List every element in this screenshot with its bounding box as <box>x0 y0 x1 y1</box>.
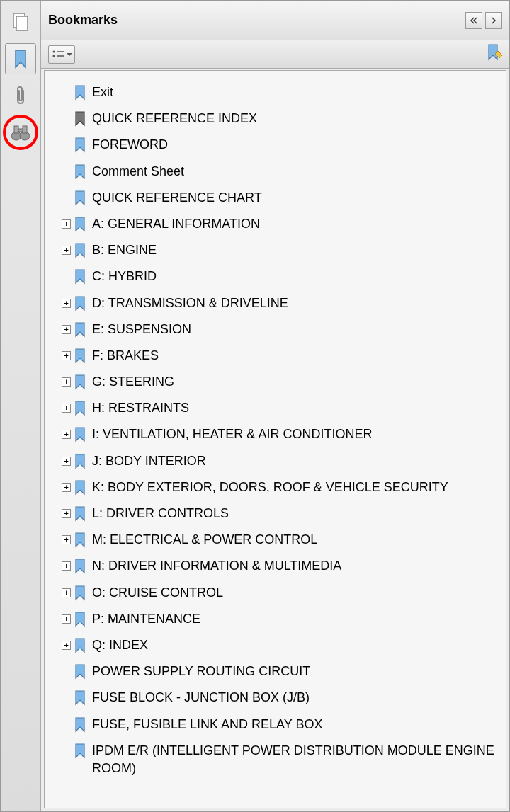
bookmark-item[interactable]: + N: DRIVER INFORMATION & MULTIMEDIA <box>45 553 502 579</box>
bookmark-label: F: BRAKES <box>92 347 502 365</box>
bookmark-item[interactable]: + I: VENTILATION, HEATER & AIR CONDITION… <box>45 421 502 447</box>
bookmark-item[interactable]: + G: STEERING <box>45 369 502 395</box>
expand-toggle[interactable]: + <box>62 430 71 439</box>
bookmark-icon <box>74 480 86 496</box>
svg-rect-1 <box>16 16 28 30</box>
bookmark-label: Exit <box>92 84 502 101</box>
bookmark-item[interactable]: IPDM E/R (INTELLIGENT POWER DISTRIBUTION… <box>45 738 502 782</box>
bookmark-item[interactable]: FOREWORD <box>45 132 502 158</box>
header-nav <box>465 12 502 29</box>
expand-toggle[interactable]: + <box>62 299 71 308</box>
bookmark-item[interactable]: + F: BRAKES <box>45 343 502 369</box>
bookmark-icon <box>74 454 86 469</box>
bookmark-item[interactable]: C: HYBRID <box>45 263 502 290</box>
expand-toggle[interactable]: + <box>62 509 71 518</box>
left-sidebar <box>1 1 41 811</box>
bookmark-icon <box>74 664 86 680</box>
bookmarks-tab[interactable] <box>5 43 36 74</box>
bookmark-item[interactable]: + P: MAINTENANCE <box>45 606 502 632</box>
bookmark-label: FUSE, FUSIBLE LINK AND RELAY BOX <box>92 716 502 733</box>
expand-toggle[interactable]: + <box>62 588 71 597</box>
bookmarks-tree[interactable]: Exit QUICK REFERENCE INDEX FOREWORD Comm… <box>44 70 506 808</box>
options-dropdown[interactable] <box>48 45 75 64</box>
bookmark-item[interactable]: + A: GENERAL INFORMATION <box>45 211 502 237</box>
bookmark-item[interactable]: + D: TRANSMISSION & DRIVELINE <box>45 290 502 316</box>
bookmark-item[interactable]: + J: BODY INTERIOR <box>45 448 502 474</box>
bookmark-icon <box>74 427 86 442</box>
bookmark-item[interactable]: + M: ELECTRICAL & POWER CONTROL <box>45 527 502 553</box>
bookmark-item[interactable]: + H: RESTRAINTS <box>45 395 502 421</box>
attachments-tab[interactable] <box>5 80 36 111</box>
bookmark-item[interactable]: Comment Sheet <box>45 159 502 185</box>
bookmark-item[interactable]: POWER SUPPLY ROUTING CIRCUIT <box>45 658 502 685</box>
bookmark-item[interactable]: + O: CRUISE CONTROL <box>45 580 502 606</box>
bookmark-label: C: HYBRID <box>92 268 502 285</box>
bookmark-icon <box>74 269 86 285</box>
bookmark-item[interactable]: FUSE BLOCK - JUNCTION BOX (J/B) <box>45 685 502 711</box>
bookmark-label: IPDM E/R (INTELLIGENT POWER DISTRIBUTION… <box>92 742 502 777</box>
bookmark-icon <box>74 322 86 338</box>
bookmark-item[interactable]: QUICK REFERENCE CHART <box>45 185 502 211</box>
bookmark-label: QUICK REFERENCE CHART <box>92 189 502 207</box>
bookmark-label: J: BODY INTERIOR <box>92 452 502 470</box>
bookmark-item[interactable]: + B: ENGINE <box>45 237 502 263</box>
bookmark-icon <box>74 217 86 232</box>
bookmark-item[interactable]: + Q: INDEX <box>45 632 502 658</box>
bookmark-icon <box>74 374 86 390</box>
pages-tab[interactable] <box>5 6 36 38</box>
bookmark-item[interactable]: FUSE, FUSIBLE LINK AND RELAY BOX <box>45 711 502 738</box>
bookmark-label: N: DRIVER INFORMATION & MULTIMEDIA <box>92 557 502 575</box>
bookmark-item[interactable]: QUICK REFERENCE INDEX <box>45 105 502 132</box>
panel-toolbar <box>41 40 509 69</box>
bookmark-icon <box>74 190 86 206</box>
bookmark-icon <box>74 532 86 548</box>
paperclip-icon <box>12 85 29 106</box>
bookmark-label: QUICK REFERENCE INDEX <box>92 110 502 127</box>
expand-toggle[interactable]: + <box>62 377 71 387</box>
expand-toggle[interactable]: + <box>62 219 71 229</box>
expand-toggle[interactable]: + <box>62 483 71 492</box>
expand-toggle[interactable]: + <box>62 535 71 544</box>
bookmark-tab-icon <box>13 49 28 69</box>
bookmark-label: P: MAINTENANCE <box>92 610 502 628</box>
bookmark-icon <box>74 585 86 601</box>
expand-toggle[interactable]: + <box>62 351 71 360</box>
expand-toggle[interactable]: + <box>62 325 71 334</box>
bookmark-icon <box>74 638 86 653</box>
bookmark-icon <box>74 348 86 364</box>
bookmark-icon <box>74 612 86 627</box>
svg-point-7 <box>53 50 55 52</box>
bookmark-icon <box>74 111 86 127</box>
new-bookmark-icon <box>487 44 502 62</box>
search-tab[interactable] <box>5 117 36 148</box>
bookmark-label: FOREWORD <box>92 136 502 154</box>
bookmark-icon <box>74 164 86 180</box>
bookmark-label: B: ENGINE <box>92 241 502 259</box>
bookmark-item[interactable]: + E: SUSPENSION <box>45 316 502 343</box>
nav-next-button[interactable] <box>485 12 502 29</box>
bookmark-label: A: GENERAL INFORMATION <box>92 215 502 233</box>
bookmark-item[interactable]: + K: BODY EXTERIOR, DOORS, ROOF & VEHICL… <box>45 474 502 501</box>
bookmark-icon <box>74 506 86 522</box>
panel-header: Bookmarks <box>41 1 509 40</box>
bookmark-label: D: TRANSMISSION & DRIVELINE <box>92 295 502 312</box>
expand-toggle[interactable]: + <box>62 614 71 624</box>
bookmark-label: O: CRUISE CONTROL <box>92 584 502 602</box>
new-bookmark-button[interactable] <box>487 44 502 65</box>
expand-toggle[interactable]: + <box>62 561 71 571</box>
expand-toggle[interactable]: + <box>62 404 71 413</box>
bookmark-item[interactable]: + L: DRIVER CONTROLS <box>45 501 502 527</box>
svg-point-9 <box>53 55 55 57</box>
expand-toggle[interactable]: + <box>62 457 71 466</box>
bookmark-label: H: RESTRAINTS <box>92 399 502 417</box>
bookmark-icon <box>74 296 86 311</box>
double-left-icon <box>470 16 478 25</box>
pages-icon <box>11 12 30 32</box>
bookmark-item[interactable]: Exit <box>45 79 502 105</box>
bookmarks-panel: Bookmarks <box>41 1 509 811</box>
expand-toggle[interactable]: + <box>62 246 71 255</box>
list-options-icon <box>51 48 72 61</box>
expand-toggle[interactable]: + <box>62 641 71 650</box>
bookmark-icon <box>74 137 86 153</box>
nav-first-button[interactable] <box>465 12 482 29</box>
